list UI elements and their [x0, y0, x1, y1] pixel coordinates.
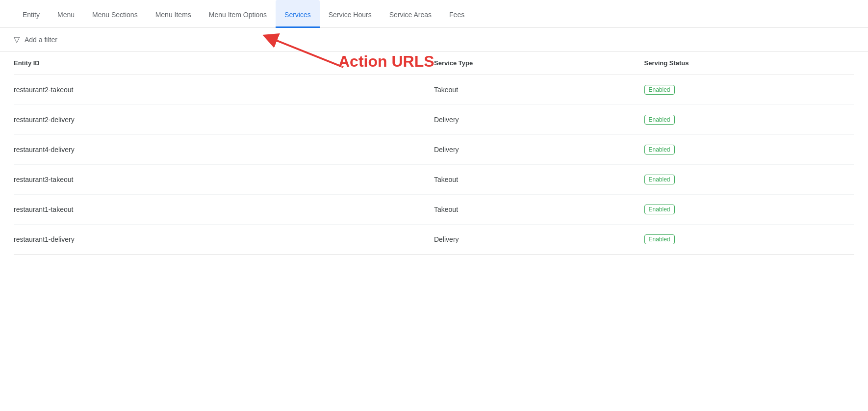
- tab-entity[interactable]: Entity: [14, 0, 49, 28]
- cell-service-type: Takeout: [434, 165, 644, 195]
- cell-entity-id: restaurant4-delivery: [14, 135, 434, 165]
- cell-serving-status: Enabled: [644, 195, 855, 225]
- cell-serving-status: Enabled: [644, 135, 855, 165]
- tab-services[interactable]: Services: [276, 0, 320, 28]
- col-serving-status: Serving Status: [644, 51, 855, 75]
- status-badge: Enabled: [644, 234, 675, 244]
- cell-entity-id: restaurant3-takeout: [14, 165, 434, 195]
- filter-bar: ▽ Add a filter: [0, 28, 868, 51]
- cell-service-type: Takeout: [434, 75, 644, 105]
- cell-serving-status: Enabled: [644, 225, 855, 255]
- tab-service-hours[interactable]: Service Hours: [320, 0, 381, 28]
- cell-service-type: Delivery: [434, 225, 644, 255]
- status-badge: Enabled: [644, 85, 675, 95]
- tab-menu-items[interactable]: Menu Items: [147, 0, 200, 28]
- cell-serving-status: Enabled: [644, 165, 855, 195]
- services-table: Entity ID Service Type Serving Status re…: [14, 51, 854, 255]
- annotation-label: Action URLS: [338, 52, 434, 71]
- status-badge: Enabled: [644, 175, 675, 184]
- table-row[interactable]: restaurant1-deliveryDeliveryEnabled: [14, 225, 854, 255]
- cell-service-type: Takeout: [434, 195, 644, 225]
- cell-entity-id: restaurant2-delivery: [14, 105, 434, 135]
- cell-serving-status: Enabled: [644, 75, 855, 105]
- filter-icon: ▽: [14, 35, 20, 44]
- table-row[interactable]: restaurant4-deliveryDeliveryEnabled: [14, 135, 854, 165]
- tab-fees[interactable]: Fees: [440, 0, 473, 28]
- table-body: restaurant2-takeoutTakeoutEnabledrestaur…: [14, 75, 854, 255]
- cell-serving-status: Enabled: [644, 105, 855, 135]
- status-badge: Enabled: [644, 145, 675, 154]
- nav-tabs: Entity Menu Menu Sections Menu Items Men…: [0, 0, 868, 28]
- tab-service-areas[interactable]: Service Areas: [381, 0, 440, 28]
- table-row[interactable]: restaurant2-takeoutTakeoutEnabled: [14, 75, 854, 105]
- table-container: Entity ID Service Type Serving Status re…: [0, 51, 868, 255]
- tab-menu[interactable]: Menu: [49, 0, 83, 28]
- cell-service-type: Delivery: [434, 135, 644, 165]
- cell-entity-id: restaurant1-delivery: [14, 225, 434, 255]
- tab-menu-item-options[interactable]: Menu Item Options: [200, 0, 276, 28]
- status-badge: Enabled: [644, 115, 675, 125]
- table-row[interactable]: restaurant3-takeoutTakeoutEnabled: [14, 165, 854, 195]
- tab-menu-sections[interactable]: Menu Sections: [83, 0, 147, 28]
- cell-entity-id: restaurant1-takeout: [14, 195, 434, 225]
- filter-label[interactable]: Add a filter: [25, 36, 57, 44]
- cell-service-type: Delivery: [434, 105, 644, 135]
- status-badge: Enabled: [644, 205, 675, 214]
- cell-entity-id: restaurant2-takeout: [14, 75, 434, 105]
- col-service-type: Service Type: [434, 51, 644, 75]
- table-row[interactable]: restaurant1-takeoutTakeoutEnabled: [14, 195, 854, 225]
- table-row[interactable]: restaurant2-deliveryDeliveryEnabled: [14, 105, 854, 135]
